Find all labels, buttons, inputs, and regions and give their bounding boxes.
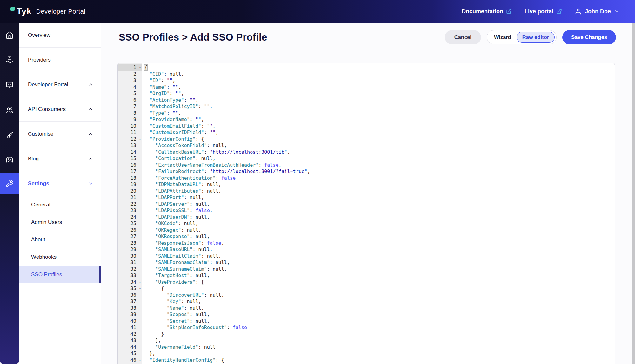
line-number: 9 — [118, 116, 142, 123]
editor-line-40[interactable]: 40 "Secret": null, — [118, 318, 615, 325]
json-raw-editor[interactable]: 1▾{2 "CID": null,3 "ID": "",4 "Name": ""… — [117, 63, 615, 364]
editor-line-42[interactable]: 42 } — [118, 331, 615, 338]
fold-arrow-icon[interactable]: ▾ — [139, 136, 141, 143]
cancel-button[interactable]: Cancel — [445, 30, 481, 44]
editor-line-24[interactable]: 24 "LDAPUserDN": null, — [118, 214, 615, 221]
sidebar-subitem-webhooks[interactable]: Webhooks — [19, 248, 101, 266]
code-text: "ID": "", — [142, 77, 175, 84]
editor-line-1[interactable]: 1▾{ — [118, 64, 615, 71]
editor-line-19[interactable]: 19 "IDPMetaDataURL": null, — [118, 181, 615, 188]
raw-editor-toggle-button[interactable]: Raw editor — [517, 32, 555, 43]
sidebar-subitem-about[interactable]: About — [19, 231, 101, 248]
sidebar-item-customise[interactable]: Customise — [19, 122, 101, 146]
sidebar-subitem-sso-profiles[interactable]: SSO Profiles — [19, 266, 101, 283]
editor-line-36[interactable]: 36 "DiscoverURL": null, — [118, 292, 615, 299]
editor-line-26[interactable]: 26 "OKRegex": null, — [118, 227, 615, 234]
code-text: "OKResponse": null, — [142, 233, 210, 240]
sidebar-item-settings[interactable]: Settings — [19, 171, 101, 196]
editor-line-13[interactable]: 13 "AccessTokenField": null, — [118, 142, 615, 149]
code-text: "SAMLBaseURL": null, — [142, 246, 213, 253]
editor-line-35[interactable]: 35▾ { — [118, 285, 615, 292]
editor-line-14[interactable]: 14 "CallbackBaseURL": "http://localhost:… — [118, 149, 615, 156]
save-changes-button[interactable]: Save Changes — [562, 30, 616, 44]
editor-line-15[interactable]: 15 "CertLocation": null, — [118, 155, 615, 162]
editor-line-2[interactable]: 2 "CID": null, — [118, 71, 615, 78]
code-text: "LDAPServer": null, — [142, 201, 210, 208]
editor-line-3[interactable]: 3 "ID": "", — [118, 77, 615, 84]
user-menu[interactable]: John Doe — [575, 8, 619, 15]
fold-arrow-icon[interactable]: ▾ — [139, 279, 141, 286]
code-text: "ProviderConfig": { — [142, 136, 204, 143]
home-icon — [5, 31, 14, 39]
editor-line-46[interactable]: 46▾ "IdentityHandlerConfig": { — [118, 357, 615, 364]
editor-line-32[interactable]: 32 "SAMLSurnameClaim": null, — [118, 266, 615, 273]
code-text: "IdentityHandlerConfig": { — [142, 357, 224, 364]
editor-line-41[interactable]: 41 "SkipUserInfoRequest": false — [118, 324, 615, 331]
editor-line-4[interactable]: 4 "Name": "", — [118, 84, 615, 91]
editor-line-6[interactable]: 6 "ActionType": "", — [118, 97, 615, 104]
line-number: 38 — [118, 305, 142, 312]
wizard-toggle-button[interactable]: Wizard — [489, 32, 517, 43]
editor-line-27[interactable]: 27 "OKResponse": null, — [118, 233, 615, 240]
sidebar-item-blog[interactable]: Blog — [19, 146, 101, 171]
editor-line-17[interactable]: 17 "FailureRedirect": "http://localhost:… — [118, 168, 615, 175]
sidebar-menu: Overview Providers Developer Portal API … — [19, 23, 101, 364]
code-text: "ExrtactUserNameFromBasicAuthHeader": fa… — [142, 162, 281, 169]
editor-line-39[interactable]: 39 "Scopes": null, — [118, 311, 615, 318]
line-number: 20 — [118, 188, 142, 195]
code-text: "SAMLForenameClaim": null, — [142, 259, 230, 266]
rail-item-api-consumers[interactable] — [0, 101, 19, 120]
fold-arrow-icon[interactable]: ▾ — [139, 285, 141, 292]
code-text: "ProviderName": "", — [142, 116, 204, 123]
rail-item-blog[interactable] — [0, 151, 19, 170]
editor-line-38[interactable]: 38 "Name": null, — [118, 305, 615, 312]
fold-arrow-icon[interactable]: ▾ — [139, 64, 141, 71]
editor-line-10[interactable]: 10 "CustomEmailField": "", — [118, 123, 615, 130]
rail-item-overview[interactable] — [0, 26, 19, 45]
editor-line-28[interactable]: 28 "ResponseIsJson": false, — [118, 240, 615, 247]
editor-line-37[interactable]: 37 "Key": null, — [118, 298, 615, 305]
live-portal-link[interactable]: Live portal — [525, 8, 562, 15]
editor-line-31[interactable]: 31 "SAMLForenameClaim": null, — [118, 259, 615, 266]
page-scrollbar[interactable] — [632, 23, 635, 364]
code-text: "UsernameField": null — [142, 344, 216, 351]
documentation-link[interactable]: Documentation — [462, 8, 512, 15]
fold-arrow-icon[interactable]: ▾ — [139, 357, 141, 364]
editor-line-22[interactable]: 22 "LDAPServer": null, — [118, 201, 615, 208]
editor-line-43[interactable]: 43 ], — [118, 337, 615, 344]
editor-line-21[interactable]: 21 "LDAPPort": null, — [118, 194, 615, 201]
rail-item-developer-portal[interactable] — [0, 75, 19, 94]
editor-line-7[interactable]: 7 "MatchedPolicyID": "", — [118, 103, 615, 110]
rail-item-customise[interactable] — [0, 126, 19, 145]
sidebar-item-providers[interactable]: Providers — [19, 48, 101, 72]
sidebar-item-api-consumers[interactable]: API Consumers — [19, 97, 101, 122]
sidebar-item-developer-portal[interactable]: Developer Portal — [19, 72, 101, 97]
editor-line-9[interactable]: 9 "ProviderName": "", — [118, 116, 615, 123]
code-text: "UseProviders": [ — [142, 279, 204, 286]
icon-rail — [0, 23, 19, 364]
editor-line-29[interactable]: 29 "SAMLBaseURL": null, — [118, 246, 615, 253]
tyk-brand[interactable]: Tyk Developer Portal — [10, 6, 85, 16]
editor-line-44[interactable]: 44 "UsernameField": null — [118, 344, 615, 351]
editor-line-8[interactable]: 8 "Type": "", — [118, 110, 615, 117]
editor-line-5[interactable]: 5 "OrgID": "", — [118, 90, 615, 97]
editor-line-34[interactable]: 34▾ "UseProviders": [ — [118, 279, 615, 286]
rail-item-settings[interactable] — [0, 173, 19, 194]
wrench-icon — [5, 179, 14, 188]
editor-line-11[interactable]: 11 "CustomUserIDField": "", — [118, 129, 615, 136]
page-title: SSO Profiles > Add SSO Profile — [119, 32, 267, 43]
editor-line-33[interactable]: 33 "TargetHost": null, — [118, 272, 615, 279]
line-number: 44 — [118, 344, 142, 351]
editor-line-45[interactable]: 45 }, — [118, 350, 615, 357]
editor-line-30[interactable]: 30 "SAMLEmailClaim": null, — [118, 253, 615, 260]
sidebar-subitem-general[interactable]: General — [19, 196, 101, 213]
sidebar-subitem-admin-users[interactable]: Admin Users — [19, 213, 101, 231]
editor-line-18[interactable]: 18 "ForceAuthentication": false, — [118, 175, 615, 182]
editor-line-16[interactable]: 16 "ExrtactUserNameFromBasicAuthHeader":… — [118, 162, 615, 169]
editor-line-20[interactable]: 20 "LDAPAttributes": null, — [118, 188, 615, 195]
sidebar-item-overview[interactable]: Overview — [19, 23, 101, 48]
editor-line-25[interactable]: 25 "OKCode": null, — [118, 220, 615, 227]
editor-line-12[interactable]: 12▾ "ProviderConfig": { — [118, 136, 615, 143]
editor-line-23[interactable]: 23 "LDAPUseSSL": false, — [118, 207, 615, 214]
rail-item-providers[interactable] — [0, 50, 19, 69]
